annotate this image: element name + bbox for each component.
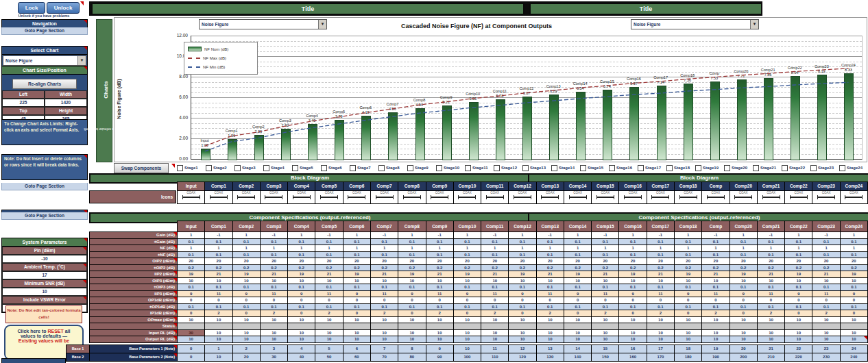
spec-cell[interactable]: 0 — [592, 297, 618, 303]
spec-cell[interactable]: 19 — [564, 271, 591, 277]
spec-cell[interactable]: 20 — [261, 258, 287, 264]
stage-checkbox[interactable] — [810, 165, 817, 171]
component-name-cell[interactable]: Comp6 — [343, 182, 370, 190]
spec-cell[interactable]: 2 — [647, 310, 674, 316]
spec-cell[interactable]: 0.1 — [537, 239, 564, 245]
base-cell[interactable]: 19 — [702, 345, 729, 353]
spec-cell[interactable]: -1 — [426, 232, 453, 238]
spec-cell[interactable]: -1 — [647, 232, 674, 238]
spec-cell[interactable]: 19 — [785, 271, 812, 277]
spec-cell[interactable]: 1 — [647, 245, 674, 251]
spec-cell[interactable]: 0.1 — [812, 239, 839, 245]
bar[interactable] — [496, 99, 505, 160]
spec-cell[interactable]: 0.1 — [647, 239, 674, 245]
spec-cell[interactable]: 19 — [509, 271, 535, 277]
base-cell[interactable]: 14 — [564, 345, 591, 353]
spec-cell[interactable]: 2 — [426, 310, 453, 316]
base-cell[interactable]: 24 — [841, 345, 867, 353]
spec-cell[interactable]: 19 — [675, 271, 701, 277]
spec-cell[interactable]: 0 — [841, 310, 867, 316]
component-icon-cell[interactable]: COAX — [454, 191, 481, 203]
spec-cell[interactable]: 0 — [233, 310, 260, 316]
spec-cell[interactable]: 19 — [178, 271, 204, 277]
spec-cell[interactable]: 20 — [812, 258, 839, 264]
stage-checkbox[interactable] — [638, 165, 644, 171]
spec-cell[interactable]: 10 — [288, 336, 315, 342]
component-icon-cell[interactable]: COAX — [702, 191, 729, 203]
spec-cell[interactable]: 0.1 — [702, 239, 729, 245]
component-icon-cell[interactable]: COAX — [537, 191, 564, 203]
spec-cell[interactable]: 30 — [178, 330, 204, 336]
spec-cell[interactable]: 21 — [702, 271, 729, 277]
spec-cell[interactable]: 0.1 — [702, 304, 729, 310]
spec-cell[interactable]: 10 — [371, 330, 398, 336]
spec-cell[interactable]: 20 — [178, 258, 204, 264]
spec-cell[interactable]: 20 — [371, 258, 398, 264]
spec-cell[interactable]: 9 — [675, 291, 701, 297]
spec-cell[interactable]: 20 — [398, 258, 425, 264]
component-icon-cell[interactable]: COAX — [758, 191, 784, 203]
spec-cell[interactable]: 0.1 — [371, 284, 398, 290]
spec-cell[interactable]: 10 — [675, 278, 701, 284]
spec-cell[interactable]: 10 — [812, 330, 839, 336]
base-cell[interactable]: 9 — [426, 345, 453, 353]
spec-cell[interactable]: 10 — [343, 336, 370, 342]
spec-cell[interactable]: 0 — [454, 310, 481, 316]
spec-cell[interactable]: -1 — [702, 232, 729, 238]
spec-cell[interactable]: 1 — [785, 232, 812, 238]
spec-cell[interactable]: 2 — [261, 310, 287, 316]
spec-cell[interactable]: 10 — [261, 278, 287, 284]
spec-cell[interactable]: 10 — [758, 336, 784, 342]
spec-cell[interactable]: 0.1 — [454, 304, 481, 310]
spec-cell[interactable]: 0.1 — [371, 239, 398, 245]
spec-cell[interactable]: 0 — [398, 310, 425, 316]
spec-cell[interactable]: 0.1 — [785, 304, 812, 310]
spec-cell[interactable]: 9 — [785, 291, 812, 297]
spec-cell[interactable]: 10 — [785, 336, 812, 342]
spec-cell[interactable]: 0.1 — [371, 304, 398, 310]
spec-cell[interactable]: 0.1 — [702, 252, 729, 258]
bar[interactable] — [388, 112, 398, 160]
spec-cell[interactable]: 0.1 — [812, 284, 839, 290]
swap-components-button[interactable]: Swap Components — [114, 163, 169, 173]
component-icon-cell[interactable]: COAX — [841, 191, 867, 203]
spec-cell[interactable]: 10 — [841, 330, 867, 336]
spec-cell[interactable]: 0 — [675, 310, 701, 316]
spec-cell[interactable]: 0 — [261, 297, 287, 303]
spec-cell[interactable]: 0.1 — [592, 304, 618, 310]
spec-cell[interactable]: 0.1 — [841, 284, 867, 290]
component-name-cell[interactable]: Comp18 — [675, 182, 701, 190]
stage-checkbox[interactable] — [609, 165, 615, 171]
base-cell[interactable]: 8 — [398, 345, 425, 353]
spec-cell[interactable]: 1 — [592, 245, 618, 251]
base-cell[interactable]: 18 — [675, 345, 701, 353]
base-cell[interactable]: 120 — [509, 353, 535, 361]
spec-cell[interactable]: 10 — [261, 330, 287, 336]
spec-cell[interactable]: 2 — [371, 310, 398, 316]
spec-cell[interactable]: 10 — [371, 278, 398, 284]
spec-cell[interactable]: 0 — [785, 297, 812, 303]
spec-cell[interactable]: 0.1 — [454, 284, 481, 290]
spec-cell[interactable]: 0.2 — [343, 265, 370, 271]
spec-cell[interactable]: 2 — [537, 310, 564, 316]
spec-cell[interactable] — [426, 323, 453, 329]
spec-cell[interactable]: 0 — [233, 297, 260, 303]
spec-cell[interactable]: 20 — [454, 258, 481, 264]
spec-cell[interactable]: 0.2 — [205, 265, 232, 271]
spec-cell[interactable]: 1 — [841, 245, 867, 251]
spec-cell[interactable]: 19 — [730, 271, 757, 277]
bar[interactable] — [576, 92, 586, 160]
spec-cell[interactable]: 10 — [619, 317, 646, 323]
spec-cell[interactable]: -1 — [812, 232, 839, 238]
spec-cell[interactable]: 0.1 — [841, 304, 867, 310]
spec-cell[interactable]: 2 — [481, 310, 508, 316]
base-cell[interactable]: 20 — [233, 353, 260, 361]
spec-cell[interactable]: 2 — [702, 310, 729, 316]
spec-cell[interactable]: 0.2 — [812, 265, 839, 271]
stage-checkbox[interactable] — [292, 165, 298, 171]
spec-cell[interactable]: 0.1 — [509, 252, 535, 258]
spec-cell[interactable]: 10 — [841, 278, 867, 284]
spec-cell[interactable]: 1 — [398, 245, 425, 251]
spec-cell[interactable]: 1 — [288, 232, 315, 238]
spec-cell[interactable]: 0.1 — [454, 252, 481, 258]
